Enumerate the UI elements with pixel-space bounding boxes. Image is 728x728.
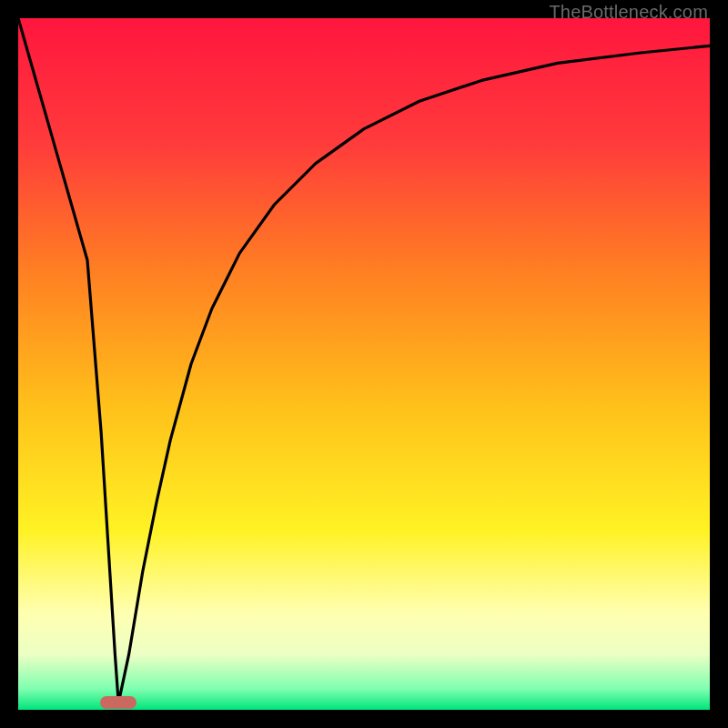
attribution-label: TheBottleneck.com [549,2,708,23]
plot-area [18,18,710,710]
optimal-marker [100,696,136,709]
bottleneck-curve [18,18,710,703]
chart-frame: TheBottleneck.com [0,0,728,728]
curve-layer [18,18,710,710]
